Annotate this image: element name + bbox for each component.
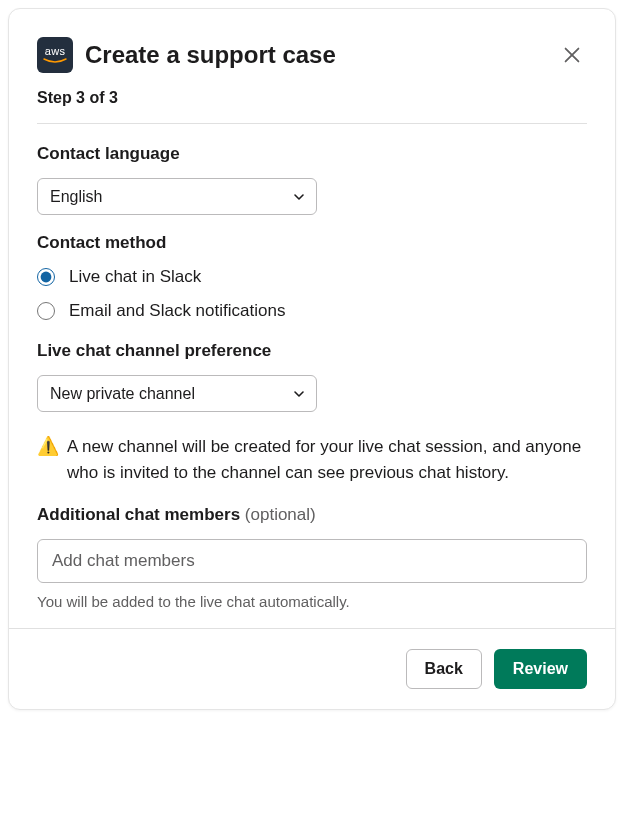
modal-title: Create a support case: [85, 41, 557, 69]
create-support-case-modal: aws Create a support case Step 3 of 3 Co…: [8, 8, 616, 710]
radio-option-email[interactable]: Email and Slack notifications: [37, 301, 587, 321]
channel-info-text: A new channel will be created for your l…: [67, 434, 587, 485]
radio-label: Email and Slack notifications: [69, 301, 285, 321]
close-button[interactable]: [557, 40, 587, 70]
additional-members-input[interactable]: [37, 539, 587, 583]
modal-footer: Back Review: [9, 628, 615, 709]
modal-body: Contact language English Contact method …: [9, 124, 615, 628]
contact-language-label: Contact language: [37, 144, 587, 164]
radio-option-live-chat[interactable]: Live chat in Slack: [37, 267, 587, 287]
channel-preference-select-wrapper: New private channel: [37, 375, 317, 412]
additional-members-helper: You will be added to the live chat autom…: [37, 593, 587, 610]
optional-hint: (optional): [245, 505, 316, 524]
contact-method-radio-group: Live chat in Slack Email and Slack notif…: [37, 267, 587, 321]
radio-input-email[interactable]: [37, 302, 55, 320]
modal-header: aws Create a support case: [9, 9, 615, 81]
contact-language-select[interactable]: English: [37, 178, 317, 215]
back-button[interactable]: Back: [406, 649, 482, 689]
review-button[interactable]: Review: [494, 649, 587, 689]
channel-info-box: ⚠️ A new channel will be created for you…: [37, 434, 587, 485]
step-indicator: Step 3 of 3: [9, 81, 615, 123]
contact-method-label: Contact method: [37, 233, 587, 253]
contact-language-select-wrapper: English: [37, 178, 317, 215]
radio-label: Live chat in Slack: [69, 267, 201, 287]
radio-input-live-chat[interactable]: [37, 268, 55, 286]
channel-preference-label: Live chat channel preference: [37, 341, 587, 361]
additional-members-label: Additional chat members (optional): [37, 505, 587, 525]
aws-smile-icon: [43, 58, 67, 64]
warning-icon: ⚠️: [37, 434, 59, 459]
close-icon: [561, 44, 583, 66]
channel-preference-select[interactable]: New private channel: [37, 375, 317, 412]
aws-logo: aws: [37, 37, 73, 73]
